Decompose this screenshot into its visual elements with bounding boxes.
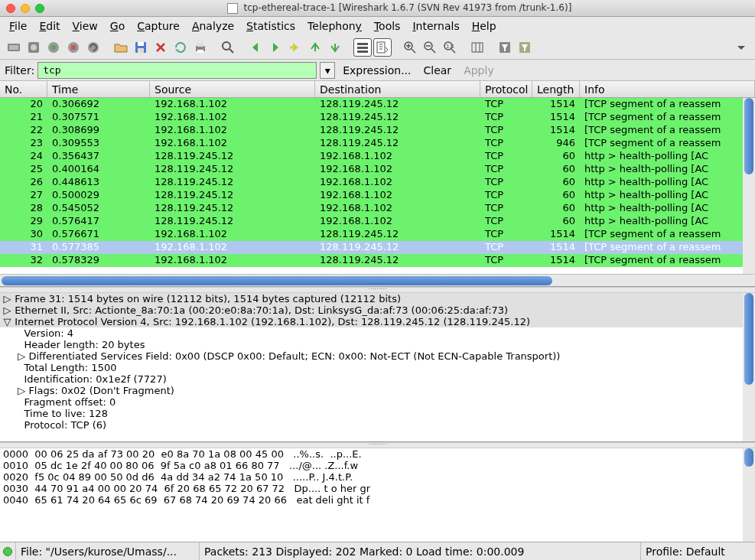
- tree-toggle-icon[interactable]: [3, 373, 11, 385]
- hex-line[interactable]: 0020 f5 0c 04 89 00 50 0d d6 4a dd 34 a2…: [0, 471, 755, 483]
- hex-line[interactable]: 0030 44 70 91 a4 00 00 20 74 6f 20 68 65…: [0, 483, 755, 494]
- packet-row[interactable]: 220.308699192.168.1.102128.119.245.12TCP…: [0, 124, 755, 137]
- tool-interfaces-icon[interactable]: [5, 38, 23, 57]
- tree-toggle-icon[interactable]: [3, 350, 11, 362]
- menu-file[interactable]: File: [5, 18, 31, 34]
- tool-zoom-in-icon[interactable]: [401, 38, 419, 57]
- tool-find-icon[interactable]: [219, 38, 237, 57]
- detail-line[interactable]: Header length: 20 bytes: [0, 339, 755, 350]
- packet-row[interactable]: 270.500029128.119.245.12192.168.1.102TCP…: [0, 189, 755, 202]
- packet-row[interactable]: 280.545052128.119.245.12192.168.1.102TCP…: [0, 202, 755, 215]
- packet-row[interactable]: 230.309553192.168.1.102128.119.245.12TCP…: [0, 137, 755, 150]
- detail-line[interactable]: Total Length: 1500: [0, 362, 755, 373]
- tree-toggle-icon[interactable]: ▷: [3, 293, 11, 304]
- hex-vscrollbar[interactable]: [743, 448, 755, 542]
- menu-internals[interactable]: Internals: [408, 18, 464, 34]
- detail-line[interactable]: ▷ Ethernet II, Src: Actionte_8a:70:1a (0…: [0, 304, 755, 316]
- menu-analyze[interactable]: Analyze: [187, 18, 239, 34]
- filter-input[interactable]: [37, 62, 317, 79]
- tree-toggle-icon[interactable]: [3, 408, 11, 419]
- tool-resize-columns-icon[interactable]: [468, 38, 487, 57]
- packet-row[interactable]: 210.307571192.168.1.102128.119.245.12TCP…: [0, 111, 755, 124]
- tool-go-to-packet-icon[interactable]: [286, 38, 304, 57]
- tool-overflow-icon[interactable]: [732, 38, 750, 57]
- packet-row[interactable]: 290.576417128.119.245.12192.168.1.102TCP…: [0, 215, 755, 228]
- column-header-length[interactable]: Length: [532, 81, 580, 97]
- packet-row[interactable]: 320.578329192.168.1.102128.119.245.12TCP…: [0, 254, 755, 267]
- tree-toggle-icon[interactable]: [3, 339, 11, 350]
- tool-display-filters-icon[interactable]: [516, 38, 534, 57]
- window-maximize-button[interactable]: [35, 4, 44, 13]
- status-profile[interactable]: Profile: Default: [640, 542, 755, 560]
- tool-restart-capture-icon[interactable]: [84, 38, 103, 57]
- filter-dropdown[interactable]: ▾: [320, 62, 335, 79]
- column-header-time[interactable]: Time: [47, 81, 150, 97]
- tree-toggle-icon[interactable]: [3, 385, 11, 396]
- splitter-2[interactable]: ⋯⋯⋯: [0, 442, 755, 448]
- tree-toggle-icon[interactable]: [3, 327, 11, 339]
- column-header-protocol[interactable]: Protocol: [480, 81, 532, 97]
- tree-toggle-icon[interactable]: ▽: [3, 316, 11, 327]
- packet-row[interactable]: 240.356437128.119.245.12192.168.1.102TCP…: [0, 150, 755, 163]
- hex-line[interactable]: 0040 65 61 74 20 64 65 6c 69 67 68 74 20…: [0, 494, 755, 506]
- menu-edit[interactable]: Edit: [34, 18, 64, 34]
- column-header-source[interactable]: Source: [150, 81, 315, 97]
- packet-row[interactable]: 310.577385192.168.1.102128.119.245.12TCP…: [0, 241, 755, 254]
- packet-hex[interactable]: 0000 00 06 25 da af 73 00 20 e0 8a 70 1a…: [0, 448, 755, 542]
- tool-reload-icon[interactable]: [171, 38, 190, 57]
- tool-go-forward-icon[interactable]: [266, 38, 285, 57]
- menu-view[interactable]: View: [68, 18, 103, 34]
- menu-tools[interactable]: Tools: [369, 18, 405, 34]
- detail-line[interactable]: Protocol: TCP (6): [0, 419, 755, 431]
- tree-toggle-icon[interactable]: ▷: [3, 304, 11, 316]
- menu-help[interactable]: Help: [467, 18, 501, 34]
- hex-line[interactable]: 0010 05 dc 1e 2f 40 00 80 06 9f 5a c0 a8…: [0, 460, 755, 471]
- splitter-1[interactable]: ⋯⋯⋯: [0, 287, 755, 293]
- packet-row[interactable]: 300.576671192.168.1.102128.119.245.12TCP…: [0, 228, 755, 241]
- window-close-button[interactable]: [6, 4, 15, 13]
- tool-go-back-icon[interactable]: [246, 38, 265, 57]
- tool-go-first-icon[interactable]: [306, 38, 324, 57]
- packet-details[interactable]: ▷ Frame 31: 1514 bytes on wire (12112 bi…: [0, 293, 755, 442]
- tool-open-icon[interactable]: [112, 38, 130, 57]
- filter-expression-button[interactable]: Expression...: [338, 64, 415, 77]
- tool-close-icon[interactable]: [151, 38, 170, 57]
- details-vscrollbar[interactable]: [743, 293, 755, 441]
- tool-stop-capture-icon[interactable]: [64, 38, 83, 57]
- packet-row[interactable]: 200.306692192.168.1.102128.119.245.12TCP…: [0, 98, 755, 111]
- window-minimize-button[interactable]: [21, 4, 30, 13]
- menu-capture[interactable]: Capture: [132, 18, 184, 34]
- tree-toggle-icon[interactable]: [3, 419, 11, 431]
- detail-line[interactable]: Version: 4: [0, 327, 755, 339]
- packet-row[interactable]: 250.400164128.119.245.12192.168.1.102TCP…: [0, 163, 755, 176]
- tool-capture-filters-icon[interactable]: [496, 38, 514, 57]
- tool-go-last-icon[interactable]: [326, 38, 344, 57]
- detail-line[interactable]: ▷ Differentiated Services Field: 0x00 (D…: [0, 350, 755, 362]
- tool-zoom-out-icon[interactable]: [421, 38, 439, 57]
- column-header-no[interactable]: No.: [0, 81, 47, 97]
- detail-line[interactable]: ▽ Internet Protocol Version 4, Src: 192.…: [0, 316, 755, 327]
- tree-toggle-icon[interactable]: [3, 362, 11, 373]
- packet-row[interactable]: 260.448613128.119.245.12192.168.1.102TCP…: [0, 176, 755, 189]
- detail-line[interactable]: Fragment offset: 0: [0, 396, 755, 408]
- column-header-destination[interactable]: Destination: [315, 81, 480, 97]
- expert-info-led-icon[interactable]: [3, 547, 12, 556]
- detail-line[interactable]: ▷ Frame 31: 1514 bytes on wire (12112 bi…: [0, 293, 755, 304]
- detail-line[interactable]: Identification: 0x1e2f (7727): [0, 373, 755, 385]
- detail-line[interactable]: ▷ Flags: 0x02 (Don't Fragment): [0, 385, 755, 396]
- menu-go[interactable]: Go: [106, 18, 129, 34]
- tool-options-icon[interactable]: [24, 38, 43, 57]
- tree-toggle-icon[interactable]: [3, 396, 11, 408]
- packet-list-hscrollbar[interactable]: [0, 274, 755, 286]
- tool-zoom-reset-icon[interactable]: 1:1: [441, 38, 459, 57]
- tool-start-capture-icon[interactable]: [44, 38, 63, 57]
- menu-telephony[interactable]: Telephony: [303, 18, 366, 34]
- filter-apply-button[interactable]: Apply: [459, 64, 499, 77]
- column-header-info[interactable]: Info: [580, 81, 755, 97]
- hex-line[interactable]: 0000 00 06 25 da af 73 00 20 e0 8a 70 1a…: [0, 448, 755, 460]
- tool-print-icon[interactable]: [191, 38, 210, 57]
- tool-autoscroll-icon[interactable]: [373, 38, 392, 57]
- packet-list-vscrollbar[interactable]: [743, 98, 755, 274]
- tool-colorize-icon[interactable]: [353, 38, 372, 57]
- filter-clear-button[interactable]: Clear: [419, 64, 457, 77]
